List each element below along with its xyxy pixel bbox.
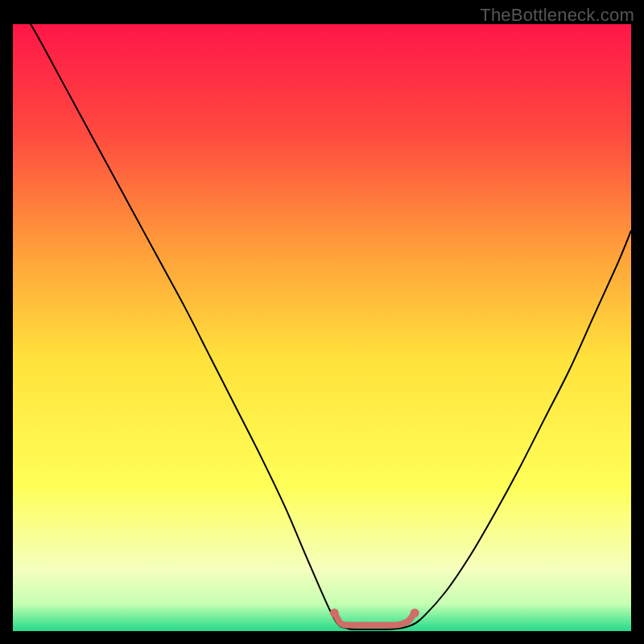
- optimal-band-point: [330, 609, 339, 617]
- optimal-band-point: [338, 621, 343, 625]
- optimal-band-point: [382, 622, 386, 627]
- watermark-text: TheBottleneck.com: [480, 5, 634, 26]
- optimal-band-point: [406, 618, 411, 623]
- optimal-band-point: [400, 621, 405, 626]
- chart-background: [13, 24, 631, 631]
- optimal-band-point: [369, 622, 374, 627]
- optimal-band-point: [394, 622, 398, 627]
- bottleneck-chart: [13, 24, 631, 631]
- optimal-band-point: [411, 609, 419, 617]
- optimal-band-point: [375, 622, 380, 627]
- optimal-band-point: [387, 622, 392, 627]
- optimal-band-point: [345, 622, 349, 627]
- optimal-band-point: [357, 622, 361, 627]
- chart-frame: [13, 24, 631, 631]
- optimal-band-point: [350, 622, 355, 627]
- optimal-band-point: [363, 622, 368, 627]
